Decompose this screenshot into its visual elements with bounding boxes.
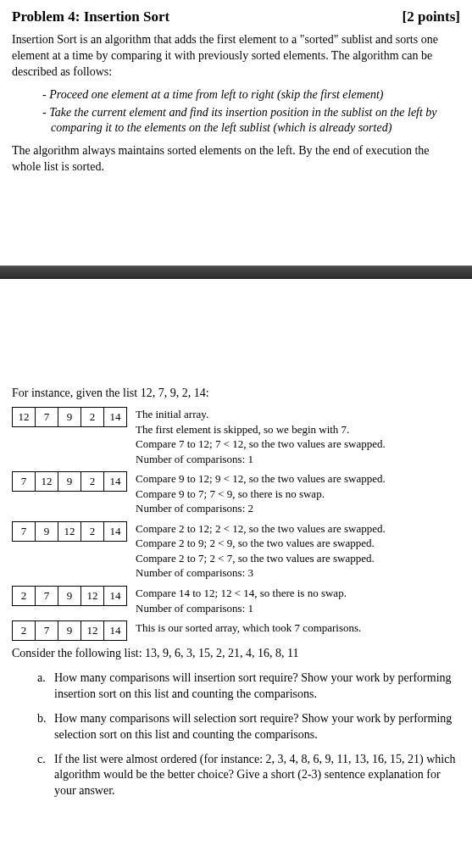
step-description: Compare 14 to 12; 12 < 14, so there is n… [136,586,460,615]
step-description: Compare 2 to 12; 2 < 12, so the two valu… [136,521,460,581]
array-table: 7129214 [12,471,127,492]
step-line: Compare 2 to 12; 2 < 12, so the two valu… [136,521,460,537]
array-cell: 2 [81,521,104,541]
array-cell: 2 [81,472,104,492]
array-table: 1279214 [12,407,127,427]
step-line: Compare 14 to 12; 12 < 14, so there is n… [136,586,460,601]
array-cell: 7 [13,472,36,492]
question-label: c. [37,752,54,800]
array-cell: 12 [81,621,104,641]
step-line: Compare 7 to 12; 7 < 12, so the two valu… [136,437,460,452]
array-cell: 9 [58,587,81,606]
questions-list: a. How many comparisons will insertion s… [37,670,460,799]
array-cell: 12 [13,408,36,427]
example-intro: For instance, given the list 12, 7, 9, 2… [12,386,460,402]
array-table: 2791214 [12,620,127,641]
array-cell: 2 [13,587,36,606]
step-line: Compare 9 to 12; 9 < 12, so the two valu… [136,471,460,487]
question-c: c. If the list were almost ordered (for … [37,752,460,800]
array-cell: 7 [13,521,36,541]
array-cell: 9 [36,521,58,541]
array-cell: 14 [104,587,127,606]
step-block: 2791214Compare 14 to 12; 12 < 14, so the… [12,586,460,615]
array-cell: 9 [58,621,81,641]
bullet-item: - Proceed one element at a time from lef… [42,87,460,103]
array-cell: 7 [36,621,58,641]
step-line: Number of comparisons: 3 [136,565,460,581]
after-bullets-paragraph: The algorithm always maintains sorted el… [12,143,460,175]
bullet-item: - Take the current element and find its … [42,105,460,137]
question-b: b. How many comparisons will selection s… [37,711,460,743]
step-block: 1279214The initial array.The first eleme… [12,407,460,466]
algorithm-bullets: - Proceed one element at a time from lef… [42,87,460,137]
step-line: This is our sorted array, which took 7 c… [136,620,460,636]
array-cell: 14 [104,621,127,641]
step-block: 2791214This is our sorted array, which t… [12,620,460,641]
question-text: If the list were almost ordered (for ins… [54,752,460,800]
array-cell: 2 [81,408,104,427]
array-cell: 14 [104,521,127,541]
question-text: How many comparisons will insertion sort… [54,670,460,703]
page-divider [0,265,472,279]
step-line: Compare 2 to 7; 2 < 7, so the two values… [136,551,460,566]
consider-list: Consider the following list: 13, 9, 6, 3… [12,646,460,662]
array-cell: 12 [58,521,81,541]
array-cell: 7 [36,587,58,606]
step-line: Number of comparisons: 1 [136,452,460,467]
array-cell: 14 [104,408,127,427]
array-table: 7912214 [12,521,127,542]
step-block: 7912214Compare 2 to 12; 2 < 12, so the t… [12,521,460,581]
step-line: Compare 2 to 9; 2 < 9, so the two values… [136,536,460,551]
step-line: Number of comparisons: 1 [136,601,460,616]
problem-points: [2 points] [403,8,460,25]
problem-header: Problem 4: Insertion Sort [2 points] [12,8,460,25]
step-description: The initial array.The first element is s… [136,407,460,466]
steps-container: 1279214The initial array.The first eleme… [12,407,460,641]
array-table: 2791214 [12,586,127,606]
question-label: b. [37,711,54,743]
array-cell: 2 [13,621,36,641]
step-description: Compare 9 to 12; 9 < 12, so the two valu… [136,471,460,516]
problem-title: Problem 4: Insertion Sort [12,8,169,25]
intro-paragraph: Insertion Sort is an algorithm that adds… [12,32,460,81]
array-cell: 9 [58,472,81,492]
array-cell: 7 [36,408,58,427]
array-cell: 9 [58,408,81,427]
step-description: This is our sorted array, which took 7 c… [136,620,460,636]
array-cell: 12 [81,587,104,606]
question-label: a. [37,670,54,703]
question-a: a. How many comparisons will insertion s… [37,670,460,703]
step-line: The initial array. [136,407,460,422]
step-line: Number of comparisons: 2 [136,501,460,516]
step-line: Compare 9 to 7; 7 < 9, so there is no sw… [136,487,460,502]
step-line: The first element is skipped, so we begi… [136,422,460,437]
array-cell: 12 [36,472,58,492]
step-block: 7129214Compare 9 to 12; 9 < 12, so the t… [12,471,460,516]
question-text: How many comparisons will selection sort… [54,711,460,743]
array-cell: 14 [104,472,127,492]
